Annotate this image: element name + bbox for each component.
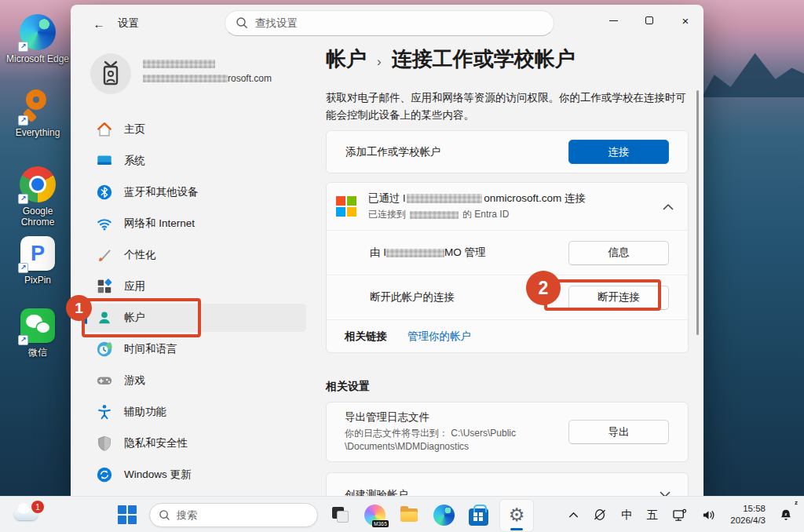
- add-account-card: 添加工作或学校帐户 连接: [326, 130, 689, 173]
- accessibility-icon: [96, 403, 113, 421]
- gear-icon: ⚙: [509, 506, 525, 524]
- desktop-icon-everything[interactable]: ↗ Everything: [5, 88, 71, 138]
- user-email-redacted: [143, 75, 228, 82]
- sidebar-item-home[interactable]: 主页: [85, 115, 306, 144]
- ime-chinese-indicator[interactable]: 中: [614, 501, 640, 528]
- connect-button[interactable]: 连接: [568, 140, 669, 164]
- disconnect-row: 断开此帐户的连接 断开连接: [327, 275, 688, 319]
- sidebar-nav: 主页 系统 蓝牙和其他设备 网络和 Internet 个性化 应用: [85, 115, 306, 489]
- connected-subtitle: 已连接到的 Entra ID: [368, 208, 651, 221]
- sidebar-item-accessibility[interactable]: 辅助功能: [85, 398, 306, 426]
- speaker-icon: [701, 508, 716, 522]
- store-button[interactable]: [466, 502, 491, 527]
- windows-logo-icon: [118, 505, 137, 524]
- accounts-icon: [96, 309, 113, 326]
- sidebar-item-network[interactable]: 网络和 Internet: [85, 210, 306, 238]
- monitor-icon: [672, 508, 687, 522]
- edge-icon: [433, 505, 455, 526]
- export-button[interactable]: 导出: [568, 420, 669, 444]
- sidebar-item-time-language[interactable]: 时间和语言: [85, 335, 306, 363]
- taskbar: 1 M365 ⚙ 中 五: [0, 496, 804, 532]
- bluetooth-icon: [96, 184, 113, 201]
- sidebar-item-windows-update[interactable]: Windows 更新: [85, 461, 306, 489]
- disconnect-button[interactable]: 断开连接: [568, 286, 669, 310]
- page-title: 连接工作或学校帐户: [392, 46, 576, 73]
- sidebar-item-label: Windows 更新: [124, 468, 192, 482]
- disconnect-label: 断开此帐户的连接: [370, 290, 455, 304]
- add-account-label: 添加工作或学校帐户: [345, 145, 441, 159]
- back-button[interactable]: ←: [88, 13, 110, 34]
- desktop-icon-label: Microsoft Edge: [6, 53, 69, 64]
- shortcut-arrow-icon: ↗: [18, 115, 28, 126]
- tray-chevron-button[interactable]: [561, 501, 586, 528]
- user-profile[interactable]: rosoft.com: [90, 53, 272, 94]
- avatar: [90, 53, 131, 94]
- content-scrollbar[interactable]: [696, 90, 699, 335]
- brush-icon: [96, 246, 113, 264]
- svg-text:z: z: [784, 511, 787, 516]
- sidebar-item-label: 隐私和安全性: [124, 436, 188, 450]
- sidebar-item-system[interactable]: 系统: [85, 147, 306, 175]
- file-explorer-button[interactable]: [397, 502, 422, 527]
- sidebar-item-label: 辅助功能: [124, 405, 166, 419]
- user-email-visible: rosoft.com: [228, 73, 272, 84]
- desktop-icon-label: Everything: [16, 127, 60, 138]
- bell-dnd-icon: z: [780, 508, 792, 522]
- settings-window: ← 设置 × roso: [71, 5, 704, 496]
- sidebar-item-apps[interactable]: 应用: [85, 272, 306, 301]
- tray-date: 2026/4/3: [730, 515, 766, 527]
- create-test-account-card[interactable]: 创建测验帐户: [326, 472, 689, 496]
- sidebar-item-privacy[interactable]: 隐私和安全性: [85, 429, 306, 457]
- chevron-up-icon[interactable]: [663, 203, 674, 210]
- create-test-label: 创建测验帐户: [345, 488, 408, 497]
- export-title: 导出管理日志文件: [345, 410, 516, 425]
- breadcrumb-root[interactable]: 帐户: [326, 46, 367, 73]
- notification-badge: 1: [31, 501, 44, 513]
- microsoft-logo-icon: [336, 196, 356, 217]
- sidebar-item-label: 应用: [124, 279, 145, 293]
- shortcut-arrow-icon: ↗: [18, 42, 28, 52]
- mouse-disabled-button[interactable]: [586, 501, 614, 528]
- managed-row: 由 IMO 管理 信息: [327, 230, 688, 275]
- managed-label: 由 IMO 管理: [370, 246, 486, 260]
- sidebar-item-label: 个性化: [124, 248, 156, 262]
- desktop-icon-wechat[interactable]: ↗ 微信: [5, 308, 71, 358]
- related-links-label: 相关链接: [345, 330, 387, 344]
- sidebar-item-bluetooth[interactable]: 蓝牙和其他设备: [85, 178, 306, 206]
- update-icon: [96, 466, 113, 483]
- start-button[interactable]: [115, 502, 140, 527]
- volume-button[interactable]: [694, 501, 723, 528]
- copilot-m365-button[interactable]: M365: [362, 502, 387, 527]
- clock-globe-icon: [96, 341, 113, 358]
- task-view-button[interactable]: [327, 502, 353, 527]
- sidebar-item-accounts[interactable]: 帐户: [85, 304, 306, 332]
- desktop-icon-pixpin[interactable]: P↗ PixPin: [5, 235, 71, 286]
- id-badge-icon: [99, 60, 122, 87]
- sidebar-item-personalization[interactable]: 个性化: [85, 241, 306, 269]
- clock[interactable]: 15:582026/4/3: [723, 501, 773, 528]
- back-arrow-icon: ←: [93, 17, 105, 31]
- desktop-icon-label: Google Chrome: [5, 206, 71, 228]
- task-view-icon-front: [337, 511, 349, 523]
- dnd-bell-button[interactable]: z z: [773, 501, 799, 528]
- related-links-row: 相关链接 管理你的帐户: [327, 319, 688, 353]
- active-app-indicator: [510, 528, 523, 530]
- connected-account-expander[interactable]: 已通过 lonmicrosoft.com 连接 已连接到的 Entra ID: [327, 183, 688, 230]
- ime-wubi-indicator[interactable]: 五: [640, 501, 666, 528]
- sidebar-item-gaming[interactable]: 游戏: [85, 366, 306, 395]
- desktop-icon-label: 微信: [28, 347, 47, 358]
- desktop-icon-edge[interactable]: ↗ Microsoft Edge: [5, 14, 71, 64]
- settings-taskbar-button[interactable]: ⚙: [500, 500, 533, 531]
- gamepad-icon: [96, 372, 113, 389]
- info-button[interactable]: 信息: [568, 241, 669, 265]
- shortcut-arrow-icon: ↗: [18, 263, 28, 273]
- connected-subtitle-redacted: [410, 211, 459, 219]
- manage-account-link[interactable]: 管理你的帐户: [407, 330, 471, 344]
- apps-icon: [96, 278, 113, 295]
- edge-taskbar-button[interactable]: [431, 502, 456, 527]
- network-button[interactable]: [665, 501, 694, 528]
- desktop-icon-chrome[interactable]: ↗ Google Chrome: [5, 166, 71, 228]
- widgets-button[interactable]: 1: [11, 501, 46, 529]
- taskbar-search-input[interactable]: [149, 503, 318, 527]
- home-icon: [96, 121, 113, 138]
